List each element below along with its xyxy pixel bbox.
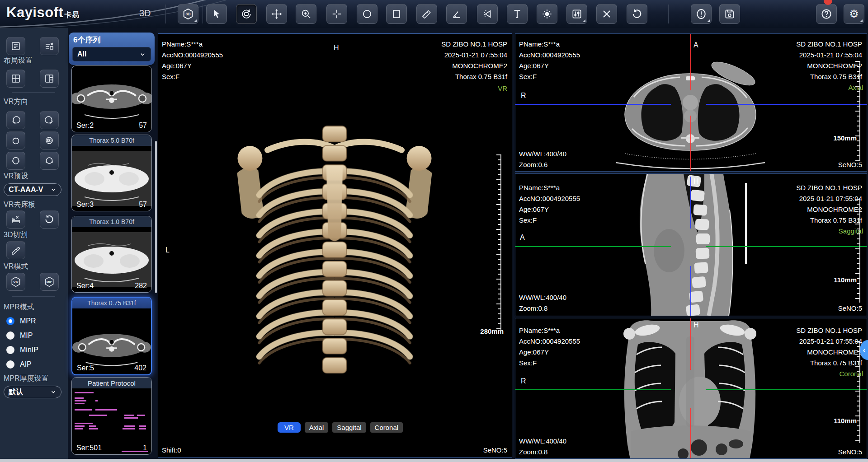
crosshair-horizontal[interactable]: [515, 246, 671, 247]
scale-ruler: [855, 199, 860, 303]
crosshair-vertical[interactable]: [690, 116, 691, 172]
radio-minip[interactable]: MinIP: [6, 346, 38, 354]
crosshair-horizontal[interactable]: [706, 246, 867, 247]
view-type-label: VR: [498, 84, 507, 92]
series-filter-select[interactable]: All: [72, 47, 151, 61]
saggital-ct-image: [616, 174, 756, 316]
save-button[interactable]: [719, 4, 740, 24]
crosshair-horizontal[interactable]: [706, 104, 867, 105]
hospital-name: SD ZIBO NO.1 HOSP: [796, 327, 862, 334]
svg-text:MIP: MIP: [47, 280, 52, 284]
bed-reset-button[interactable]: [40, 210, 59, 229]
head-posterior-button[interactable]: [40, 152, 59, 170]
delete-button[interactable]: [596, 4, 617, 24]
cursor-button[interactable]: [206, 4, 227, 24]
vr-hexagon-button[interactable]: VR: [6, 273, 25, 291]
alert-button[interactable]: [691, 4, 712, 24]
series-thumb-ser5-selected[interactable]: Thorax 0.75 B31f Ser:5 402: [71, 297, 152, 375]
patient-accno: AccNO:0004920555: [519, 195, 580, 202]
crosshair-horizontal[interactable]: [515, 104, 671, 105]
crosshair-vertical[interactable]: [690, 318, 691, 370]
head-right-button[interactable]: [40, 111, 59, 129]
radio-aip[interactable]: AIP: [6, 360, 32, 369]
vr-viewport[interactable]: PName:S***a AccNO:0004920555 Age:067Y Se…: [158, 33, 512, 458]
coronal-button[interactable]: Coronal: [370, 422, 403, 433]
vr-mode-label: VR模式: [4, 262, 28, 271]
crosshair-vertical[interactable]: [690, 34, 691, 90]
study-datetime: 2025-01-21 07:55:04: [444, 51, 507, 59]
crosshair-horizontal[interactable]: [515, 389, 671, 390]
chevron-down-icon: [50, 187, 57, 193]
head-inferior-button[interactable]: [40, 131, 59, 149]
rectangle-icon: [391, 8, 402, 20]
series-number: Ser:2: [76, 121, 94, 130]
axial-button[interactable]: Axial: [305, 422, 329, 433]
scalpel-button[interactable]: [6, 241, 25, 259]
view-switch-buttons: VR Axial Saggital Coronal: [278, 422, 403, 433]
ruler-icon: [421, 8, 433, 20]
rectangle-button[interactable]: [386, 4, 407, 24]
head-superior-button[interactable]: [6, 131, 25, 149]
svg-text:3D: 3D: [185, 12, 190, 16]
layout-right-split-button[interactable]: [40, 70, 59, 88]
series-thumb-ser2[interactable]: Ser:2 57: [71, 65, 152, 132]
axial-viewport[interactable]: PName:S***a AccNO:0004920555 Age:067Y Se…: [515, 33, 867, 172]
protractor-button[interactable]: [477, 4, 498, 24]
mip-hexagon-button[interactable]: MIP: [40, 273, 59, 291]
scale-ruler: [496, 154, 501, 330]
help-button[interactable]: [816, 4, 837, 24]
pan-button[interactable]: [266, 4, 287, 24]
settings-button[interactable]: ⚙: [844, 4, 864, 24]
series-scrollbar[interactable]: [155, 141, 157, 293]
zoom-in-button[interactable]: [296, 4, 316, 24]
adjustments-button[interactable]: [566, 4, 587, 24]
vr-preset-select[interactable]: CT-AAA-V: [4, 183, 61, 196]
mpr-thickness-select[interactable]: 默认: [4, 386, 61, 398]
reset-button[interactable]: [627, 4, 647, 24]
orientation-h: H: [334, 44, 339, 52]
grid-2x2-button[interactable]: [6, 70, 25, 88]
crosshair-horizontal[interactable]: [706, 389, 867, 390]
mip-hexagon-icon: MIP: [43, 276, 55, 288]
saggital-button[interactable]: Saggital: [332, 422, 366, 433]
radio-mpr[interactable]: MPR: [6, 317, 36, 325]
head-right-icon: [44, 115, 55, 126]
ellipse-button[interactable]: [357, 4, 377, 24]
series-thumb-ser3[interactable]: Thorax 5.0 B70f Ser:3 57: [71, 135, 152, 211]
series-number: Ser:3: [76, 201, 94, 209]
scalpel-icon: [10, 245, 21, 256]
window-level: WW/WL:400/40: [519, 294, 566, 301]
layout-close-button[interactable]: [40, 37, 59, 55]
saggital-viewport[interactable]: PName:S***a AccNO:0004920555 Age:067Y Se…: [515, 173, 867, 316]
patient-sex: Sex:F: [519, 73, 537, 80]
series-thumb-ser4[interactable]: Thorax 1.0 B70f Ser:4 282: [71, 216, 152, 293]
vr-button[interactable]: VR: [278, 422, 301, 433]
text-annotation-button[interactable]: [507, 4, 528, 24]
bed-remove-button[interactable]: [6, 210, 25, 229]
mode-label-3d: 3D: [139, 8, 151, 19]
brightness-button[interactable]: [537, 4, 557, 24]
angle-button[interactable]: [446, 4, 467, 24]
patient-sex: Sex:F: [162, 73, 179, 80]
crosshair-button[interactable]: [326, 4, 347, 24]
layout-report-button[interactable]: [6, 37, 25, 55]
head-left-button[interactable]: [6, 111, 25, 129]
crosshair-vertical[interactable]: [690, 408, 691, 459]
radio-mip[interactable]: MIP: [6, 331, 33, 340]
series-thumb-ser501[interactable]: Patient Protocol Ser:501 1: [71, 377, 152, 455]
rotate-3d-button[interactable]: [236, 4, 257, 24]
patient-age: Age:067Y: [519, 348, 549, 356]
cursor-icon: [211, 8, 222, 20]
delete-x-icon: [601, 8, 613, 20]
volume-3d-button[interactable]: 3D: [178, 4, 198, 24]
coronal-ct-image: [586, 318, 794, 459]
ruler-button[interactable]: [416, 4, 437, 24]
hospital-name: SD ZIBO NO.1 HOSP: [796, 184, 862, 191]
head-anterior-button[interactable]: [6, 152, 25, 170]
collapse-panel-button[interactable]: ‹: [860, 340, 868, 360]
coronal-viewport[interactable]: PName:S***a AccNO:0004920555 Age:067Y Se…: [515, 318, 867, 459]
radio-dot: [6, 331, 14, 340]
series-title: Thorax 1.0 B70f: [72, 216, 151, 227]
crosshair-vertical[interactable]: [690, 177, 691, 229]
crosshair-vertical[interactable]: [690, 266, 691, 316]
